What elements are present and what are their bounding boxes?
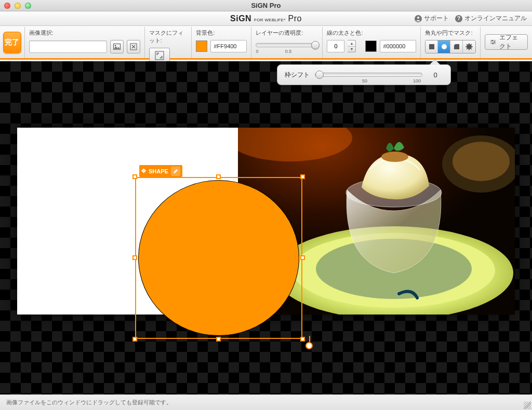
brand-logo: SiGN FOR WEBLiFE* Pro: [230, 14, 302, 23]
handle-top-mid[interactable]: [216, 174, 221, 179]
svg-point-2: [114, 45, 116, 47]
svg-rect-12: [492, 40, 493, 41]
frame-shift-popover: 枠シフト 50100 0: [277, 64, 451, 85]
bgcolor-swatch[interactable]: [196, 40, 207, 52]
support-label: サポート: [424, 14, 449, 23]
frame-shift-slider[interactable]: 50100: [315, 73, 422, 77]
bgcolor-label: 背景色:: [196, 29, 247, 37]
app-header: SiGN FOR WEBLiFE* Pro サポート ? オンラインマニュアル: [0, 11, 532, 26]
edit-icon[interactable]: [171, 167, 180, 176]
status-bar: 画像ファイルをこのウィンドウにドラッグしても登録可能です。: [0, 394, 532, 410]
handle-bottom-left[interactable]: [132, 337, 137, 341]
support-link[interactable]: サポート: [415, 14, 449, 23]
svg-point-6: [442, 44, 447, 49]
fit-mask-label: マスクにフィット:: [149, 29, 188, 45]
resize-grip-icon[interactable]: [524, 402, 531, 409]
toolbar: 完了 画像選択: マスクにフィット: 背景色: レイヤーの透明度:: [0, 26, 532, 60]
handle-top-left[interactable]: [132, 174, 137, 179]
border-color-swatch[interactable]: [365, 40, 377, 52]
shape-tag[interactable]: ✥ SHAPE: [139, 165, 182, 177]
shape-tag-label: SHAPE: [149, 168, 168, 174]
mask-shape-group: [425, 40, 476, 53]
shape-selection[interactable]: [135, 177, 302, 339]
handle-top-right[interactable]: [300, 174, 305, 179]
stepper-up-icon: ▲: [348, 40, 355, 47]
rotate-handle[interactable]: [305, 342, 313, 349]
image-select-label: 画像選択:: [29, 29, 140, 37]
sliders-icon: [490, 39, 496, 45]
handle-bottom-right[interactable]: [300, 337, 305, 341]
handle-bottom-mid[interactable]: [216, 337, 221, 341]
svg-rect-4: [155, 51, 164, 60]
svg-rect-13: [494, 42, 495, 43]
svg-point-0: [417, 17, 419, 19]
svg-point-21: [381, 152, 408, 162]
status-hint: 画像ファイルをこのウィンドウにドラッグしても登録可能です。: [6, 399, 172, 406]
mask-rounded-button[interactable]: [450, 40, 463, 53]
frame-shift-thumb[interactable]: [315, 71, 324, 79]
clear-image-button[interactable]: [127, 40, 140, 53]
mask-square-button[interactable]: [425, 40, 438, 53]
window-title: SiGN Pro: [0, 2, 532, 9]
browse-image-button[interactable]: [110, 40, 124, 53]
border-width-input[interactable]: [327, 40, 344, 52]
opacity-label: レイヤーの透明度:: [256, 29, 318, 37]
border-hex-input[interactable]: [380, 40, 416, 52]
border-width-stepper[interactable]: ▲▼: [348, 40, 356, 52]
effect-label: エフェクト: [499, 33, 522, 51]
done-button[interactable]: 完了: [3, 32, 21, 53]
opacity-thumb[interactable]: [311, 41, 320, 49]
svg-rect-14: [493, 43, 494, 44]
svg-point-23: [453, 142, 510, 181]
opacity-slider[interactable]: [256, 43, 318, 47]
brand-text: SiGN: [230, 14, 251, 23]
border-label: 線の太さと色:: [327, 29, 416, 37]
image-select-input[interactable]: [29, 40, 107, 53]
mask-label: 角丸や円でマスク:: [425, 29, 476, 37]
effect-button[interactable]: エフェクト: [485, 34, 528, 50]
help-icon: ?: [455, 15, 462, 22]
selection-box: [135, 177, 302, 339]
user-icon: [415, 15, 422, 22]
stepper-down-icon: ▼: [348, 47, 355, 52]
handle-mid-left[interactable]: [132, 255, 137, 260]
frame-shift-value: 0: [428, 71, 443, 79]
canvas-area[interactable]: ✥ SHAPE: [0, 61, 532, 394]
window-titlebar: SiGN Pro: [0, 0, 532, 11]
svg-rect-5: [429, 44, 434, 49]
frame-shift-label: 枠シフト: [285, 71, 310, 79]
mask-star-button[interactable]: [463, 40, 475, 53]
manual-link[interactable]: ? オンラインマニュアル: [455, 14, 527, 23]
move-icon: ✥: [141, 168, 146, 174]
manual-label: オンラインマニュアル: [464, 14, 527, 23]
brand-suffix: Pro: [288, 14, 302, 23]
mask-circle-button[interactable]: [438, 40, 450, 53]
brand-subtext: FOR WEBLiFE*: [254, 18, 286, 22]
handle-mid-right[interactable]: [300, 255, 305, 260]
bgcolor-hex-input[interactable]: [210, 40, 247, 52]
